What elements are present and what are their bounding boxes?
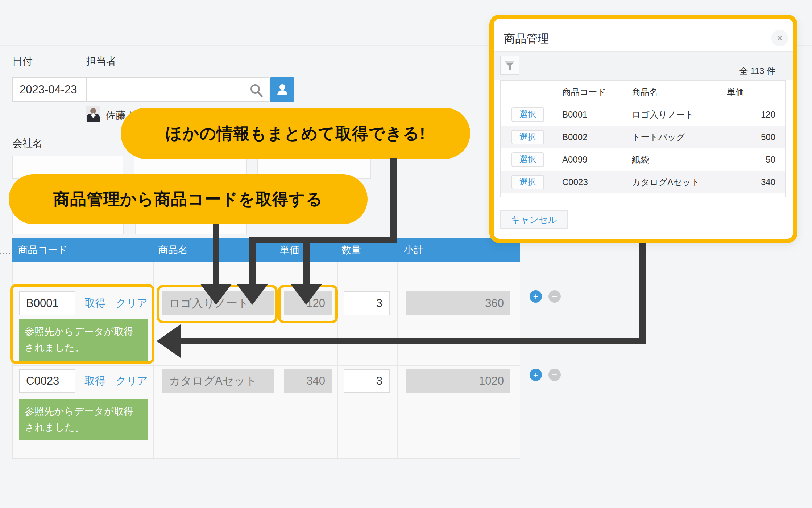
record-count: 全 113 件 (667, 65, 775, 77)
row2-get-link[interactable]: 取得 (84, 374, 105, 388)
col-header-name: 商品名 (158, 243, 188, 257)
modal-row: 選択 B0002 トートバッグ 500 (501, 126, 785, 148)
select-button[interactable]: 選択 (511, 152, 544, 167)
modal-title: 商品管理 (504, 31, 549, 46)
arrow-a-head (200, 284, 232, 305)
row1-qty-input[interactable]: 3 (344, 291, 390, 315)
person-icon (275, 82, 290, 97)
col-header-code: 商品コード (18, 243, 67, 257)
col-header-qty: 数量 (341, 243, 361, 257)
row1-add-button[interactable]: + (530, 290, 542, 303)
arrow-b-head2 (290, 284, 322, 305)
row2-subtotal-input: 1020 (406, 369, 510, 393)
modal-col-name: 商品名 (625, 86, 720, 98)
assignee-input[interactable] (86, 77, 269, 102)
modal-table: 商品コード 商品名 単価 選択 B0001 ロゴ入りノート 120 選択 B00… (500, 80, 786, 197)
arrow-b-drop2 (303, 237, 310, 286)
modal-col-price: 単価 (720, 86, 785, 98)
row2-qty-input[interactable]: 3 (344, 369, 390, 393)
row2-name-input: カタログAセット (162, 369, 274, 393)
select-button[interactable]: 選択 (511, 130, 544, 144)
row2-code-input[interactable]: C0023 (19, 369, 75, 393)
row2-clear-link[interactable]: クリア (116, 374, 148, 388)
assignee-label: 担当者 (86, 54, 116, 68)
select-button[interactable]: 選択 (511, 107, 544, 122)
row2-links: 取得 クリア (84, 369, 148, 393)
company-label: 会社名 (12, 136, 43, 150)
callout-top: ほかの情報もまとめて取得できる! (121, 108, 470, 159)
filter-button[interactable] (500, 56, 519, 75)
search-icon[interactable] (249, 83, 264, 98)
modal-col-code: 商品コード (555, 86, 625, 98)
arrow-c-head (157, 324, 181, 358)
modal-row-partial: 選択 (501, 193, 785, 197)
arrow-b-drop1 (249, 237, 256, 286)
filter-icon (503, 59, 516, 72)
product-picker-modal: 商品管理 × 全 113 件 商品コード 商品名 単価 選択 B0001 ロゴ入… (489, 15, 798, 243)
row2-success-message: 参照先からデータが取得されました。 (19, 399, 148, 440)
row1-clear-link[interactable]: クリア (116, 296, 148, 311)
row1-code-input[interactable]: B0001 (19, 291, 75, 315)
modal-table-header: 商品コード 商品名 単価 (501, 81, 785, 103)
date-label: 日付 (12, 54, 33, 68)
row1-get-link[interactable]: 取得 (84, 296, 105, 311)
arrow-a-shaft (213, 224, 219, 286)
row1-remove-button[interactable]: − (548, 290, 561, 303)
select-button[interactable]: 選択 (511, 197, 544, 198)
row1-success-message: 参照先からデータが取得されました。 (19, 319, 148, 361)
modal-row: 選択 A0099 紙袋 50 (501, 148, 785, 171)
col-header-subtotal: 小計 (404, 243, 423, 257)
callout-bottom: 商品管理から商品コードを取得する (9, 174, 368, 224)
row2-remove-button[interactable]: − (548, 369, 561, 381)
select-button[interactable]: 選択 (511, 175, 544, 189)
arrow-c-vertical (639, 242, 646, 344)
cancel-button[interactable]: キャンセル (500, 210, 568, 229)
row2-add-button[interactable]: + (530, 369, 542, 381)
arrow-b-trunk (390, 158, 397, 243)
row2-price-input: 340 (284, 369, 332, 393)
col-header-price: 単価 (280, 243, 299, 257)
modal-row: 選択 B0001 ロゴ入りノート 120 (501, 103, 785, 126)
date-value: 2023-04-23 (20, 83, 77, 96)
row1-links: 取得 クリア (84, 291, 148, 315)
modal-row: 選択 C0023 カタログAセット 340 (501, 171, 785, 193)
user-select-button[interactable] (270, 77, 294, 102)
row1-subtotal-input: 360 (406, 291, 510, 315)
assignee-avatar (86, 106, 100, 122)
close-icon[interactable]: × (771, 30, 788, 46)
arrow-c-horizontal (179, 338, 646, 344)
arrow-b-horizontal (249, 237, 397, 243)
arrow-b-head1 (236, 284, 268, 305)
